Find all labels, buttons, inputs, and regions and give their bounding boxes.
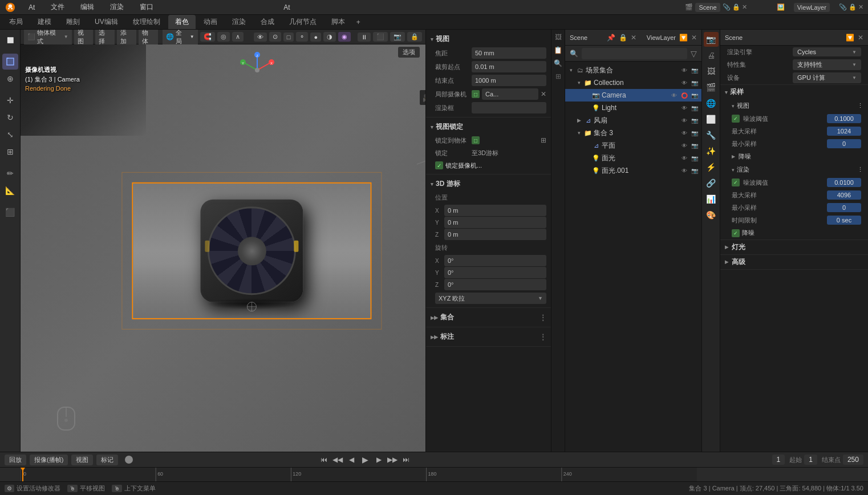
transform-tool[interactable]: ⊞ bbox=[2, 144, 18, 160]
tab-shading[interactable]: 着色 bbox=[168, 15, 196, 29]
r-noise-value[interactable]: 0.0100 bbox=[827, 178, 861, 187]
focal-value[interactable]: 50 mm bbox=[472, 47, 546, 59]
playback-type-btn[interactable]: 报像(播帧) bbox=[30, 455, 68, 465]
props-world-icon[interactable]: 🌐 bbox=[704, 96, 719, 111]
props-physics-icon[interactable]: ⚡ bbox=[704, 160, 719, 175]
plane-expand[interactable]: ▶ bbox=[583, 142, 590, 149]
props-data-icon[interactable]: 📊 bbox=[704, 192, 719, 206]
cam-vis[interactable]: 👁 bbox=[670, 91, 679, 100]
alight2-vis[interactable]: 👁 bbox=[680, 166, 689, 175]
tab-modeling[interactable]: 建模 bbox=[31, 15, 58, 29]
viewport-options-btn[interactable]: 选项 bbox=[398, 47, 420, 58]
tab-texture-paint[interactable]: 纹理绘制 bbox=[126, 15, 167, 29]
snap-btn[interactable]: 🧲 bbox=[200, 32, 215, 42]
denoise-checkbox[interactable]: ✓ bbox=[732, 229, 740, 237]
menu-render[interactable]: 编辑 bbox=[77, 1, 98, 13]
gizmo-overlay-btn[interactable]: 👁 bbox=[254, 33, 267, 42]
render-subsection-title[interactable]: ▾ 渲染 ⋮ bbox=[720, 163, 868, 176]
start-frame[interactable]: 1 bbox=[804, 455, 817, 465]
pause-render-btn[interactable]: ⏸ bbox=[358, 33, 371, 42]
plane-render[interactable]: 📷 bbox=[690, 141, 699, 150]
timeline-ruler[interactable]: 0 60 120 180 240 bbox=[21, 468, 697, 481]
add-workspace-btn[interactable]: + bbox=[353, 17, 364, 27]
timeline-marker-btn[interactable]: 标记 bbox=[96, 455, 118, 465]
props-modifier-icon[interactable]: 🔧 bbox=[704, 128, 719, 143]
collection-header[interactable]: ▶ 集合 ⋮ bbox=[426, 310, 551, 324]
light-render[interactable]: 📷 bbox=[690, 103, 699, 112]
outliner-item-light[interactable]: ▶ 💡 Light 👁 📷 bbox=[565, 102, 701, 114]
col-vis[interactable]: 👁 bbox=[680, 78, 689, 87]
scene-selector[interactable]: Scene bbox=[695, 3, 720, 12]
viewport-gizmo[interactable]: Z X Y bbox=[237, 50, 277, 90]
tab-sculpt[interactable]: 雕刻 bbox=[59, 15, 87, 29]
cam-select[interactable]: ⭕ bbox=[680, 91, 689, 100]
local-camera-close[interactable]: ✕ bbox=[541, 90, 546, 98]
rotate-tool[interactable]: ↻ bbox=[2, 109, 18, 125]
next-keyframe-btn[interactable]: ▶▶ bbox=[386, 453, 399, 466]
add-cube-tool[interactable]: ⬛ bbox=[2, 204, 18, 220]
outliner-search-input[interactable] bbox=[582, 48, 687, 59]
plane-vis[interactable]: 👁 bbox=[680, 141, 689, 150]
cursor-header[interactable]: ▾ 3D 游标 bbox=[426, 177, 551, 191]
annotation-menu-icon[interactable]: ⋮ bbox=[540, 333, 546, 341]
light-title[interactable]: ▶ 灯光 bbox=[720, 240, 868, 254]
scale-tool[interactable]: ⤡ bbox=[2, 127, 18, 143]
viewport-canvas[interactable]: 摄像机透视 (1) 集合 3 | Camera Rendering Done 选… bbox=[21, 44, 425, 452]
alight-expand[interactable]: ▶ bbox=[583, 155, 590, 161]
viewport-sub-menu[interactable]: ⋮ bbox=[857, 102, 863, 109]
scene-col-vis[interactable]: 👁 bbox=[680, 66, 689, 75]
local-camera-value[interactable]: Ca... bbox=[482, 88, 538, 100]
sampling-title[interactable]: ▾ 采样 bbox=[720, 85, 868, 99]
cursor-tool[interactable]: ⊕ bbox=[2, 71, 18, 87]
lock-to-object-checkbox[interactable]: □ bbox=[472, 136, 480, 144]
cam-render[interactable]: 📷 bbox=[690, 91, 699, 100]
vp-noise-value[interactable]: 0.1000 bbox=[827, 114, 861, 123]
outliner-item-fan[interactable]: ▶ ⊿ 风扇 👁 📷 bbox=[565, 114, 701, 127]
render-props-filter[interactable]: 🔽 bbox=[846, 34, 854, 42]
outliner-item-collection[interactable]: ▾ 📁 Collection 👁 📷 bbox=[565, 76, 701, 89]
measure-tool[interactable]: 📐 bbox=[2, 182, 18, 198]
render-props-close[interactable]: ✕ bbox=[858, 34, 863, 42]
outliner-close-icon[interactable]: ✕ bbox=[631, 34, 636, 42]
play-btn[interactable]: ▶ bbox=[359, 453, 371, 466]
camera-view-btn[interactable]: 🎥 bbox=[420, 90, 425, 105]
tab-geometry-nodes[interactable]: 几何节点 bbox=[282, 15, 323, 29]
xray-btn[interactable]: □ bbox=[283, 33, 294, 42]
vp-min-samples-value[interactable]: 0 bbox=[827, 139, 861, 148]
annotation-header[interactable]: ▶ 标注 ⋮ bbox=[426, 330, 551, 344]
clip-end-value[interactable]: 1000 m bbox=[472, 75, 546, 86]
light-vis[interactable]: 👁 bbox=[680, 103, 689, 112]
collection-menu-icon[interactable]: ⋮ bbox=[540, 314, 546, 322]
keyframe-dot-btn[interactable] bbox=[125, 456, 133, 464]
vp-noise-checkbox[interactable]: ✓ bbox=[732, 115, 740, 123]
scene-col-render[interactable]: 📷 bbox=[690, 66, 699, 75]
props-output-icon[interactable]: 🖨 bbox=[704, 48, 719, 63]
alight2-render[interactable]: 📷 bbox=[690, 166, 699, 175]
outliner-item-area-light2[interactable]: ▶ 💡 面光.001 👁 📷 bbox=[565, 164, 701, 177]
side-icon-1[interactable]: 🖼 bbox=[552, 31, 565, 43]
cam-expand[interactable]: ▶ bbox=[583, 92, 590, 99]
light-expand[interactable]: ▶ bbox=[583, 104, 590, 111]
props-view-icon[interactable]: 🖼 bbox=[704, 64, 719, 79]
lock-camera-btn[interactable]: 🔒 bbox=[407, 32, 422, 42]
wire-shading-btn[interactable]: ⚬ bbox=[296, 32, 308, 42]
col3-expand[interactable]: ▾ bbox=[575, 129, 582, 136]
pos-y-value[interactable]: 0 m bbox=[444, 217, 546, 228]
outliner-item-scene-collection[interactable]: ▾ 🗂 场景集合 👁 📷 bbox=[565, 64, 701, 76]
props-particles-icon[interactable]: ✨ bbox=[704, 144, 719, 159]
col-render[interactable]: 📷 bbox=[690, 78, 699, 87]
rot-x-value[interactable]: 0° bbox=[444, 255, 546, 266]
blender-logo[interactable] bbox=[5, 2, 16, 13]
outliner-filter-btn[interactable]: ▽ bbox=[691, 49, 697, 58]
tab-compositing[interactable]: 合成 bbox=[254, 15, 281, 29]
prev-frame-btn[interactable]: ◀ bbox=[345, 453, 358, 466]
move-tool[interactable]: ✛ bbox=[2, 92, 18, 108]
local-camera-checkbox[interactable]: □ bbox=[472, 90, 480, 98]
camera-region-btn[interactable]: 📷 bbox=[390, 32, 405, 42]
menu-edit[interactable]: 文件 bbox=[47, 1, 68, 13]
side-icon-2[interactable]: 📋 bbox=[552, 44, 565, 56]
rot-z-value[interactable]: 0° bbox=[444, 279, 546, 290]
props-scene-icon[interactable]: 🎬 bbox=[704, 80, 719, 95]
annotate-tool[interactable]: ✏ bbox=[2, 165, 18, 181]
lock-camera-checkbox[interactable]: ✓ bbox=[435, 161, 443, 169]
